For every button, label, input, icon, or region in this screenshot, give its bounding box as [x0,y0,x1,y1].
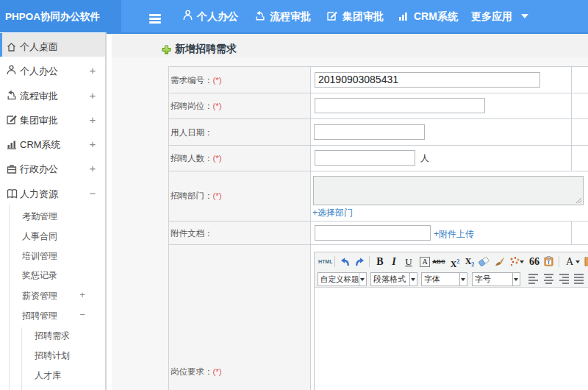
svg-text:T: T [547,260,551,265]
